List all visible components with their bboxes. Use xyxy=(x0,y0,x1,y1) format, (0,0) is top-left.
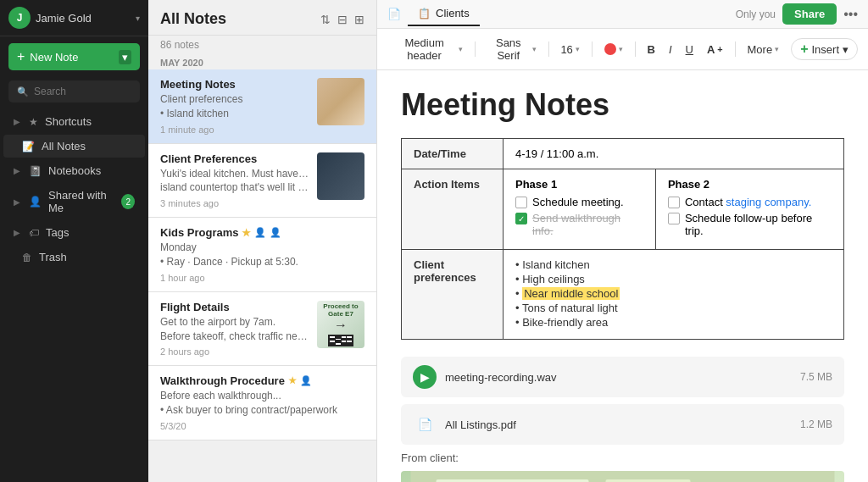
note-item-client-prefs[interactable]: Client Preferences Yuki's ideal kitchen.… xyxy=(148,144,376,219)
filter-icon[interactable]: ⊟ xyxy=(337,13,348,26)
text-color-button[interactable]: ▾ xyxy=(599,41,628,58)
note-item-walkthrough[interactable]: Walkthrough Procedure ★ 👤 Before each wa… xyxy=(148,366,376,440)
text-format-button[interactable]: A+ xyxy=(702,41,728,58)
expand-icon: ▶ xyxy=(14,197,20,207)
room-image-inner xyxy=(401,471,844,482)
plus-icon: + xyxy=(17,49,25,64)
note-item-flight-details[interactable]: Flight Details Get to the airport by 7am… xyxy=(148,292,376,367)
share-button[interactable]: Share xyxy=(782,3,837,25)
note-item-kids-programs[interactable]: Kids Programs ★ 👤 👤 Monday • Ray · Dance… xyxy=(148,218,376,292)
sidebar-item-tags[interactable]: ▶ 🏷 Tags xyxy=(3,221,145,244)
note-title: Kids Programs ★ 👤 👤 xyxy=(160,226,364,239)
font-size-selector[interactable]: 16 ▾ xyxy=(555,41,584,58)
table-cell-phase1: Phase 1 Schedule meeting. ✓ Send walkthr… xyxy=(504,169,656,250)
client-prefs-list: Island kitchen High ceilings Near middle… xyxy=(515,258,832,329)
note-preview: Monday xyxy=(160,241,364,255)
italic-button[interactable]: I xyxy=(664,41,677,58)
toolbar-separator xyxy=(548,42,549,57)
note-item-meeting-notes[interactable]: Meeting Notes Client preferences • Islan… xyxy=(148,69,376,144)
toolbar-separator xyxy=(635,42,636,57)
note-preview-2: island countertop that's well lit from..… xyxy=(160,180,310,195)
sidebar-item-trash[interactable]: 🗑 Trash xyxy=(3,246,145,269)
toolbar: Medium header ▾ Sans Serif ▾ 16 ▾ ▾ B I … xyxy=(377,29,868,70)
sidebar-item-shortcuts[interactable]: ▶ ★ Shortcuts xyxy=(3,110,145,133)
sidebar-item-all-notes[interactable]: 📝 All Notes xyxy=(3,135,145,158)
note-title: Walkthrough Procedure ★ 👤 xyxy=(160,374,364,387)
insert-button[interactable]: + Insert ▾ xyxy=(791,38,858,60)
note-thumbnail xyxy=(317,78,364,125)
checkbox-walkthrough[interactable]: ✓ xyxy=(515,213,527,224)
sidebar-item-notebooks[interactable]: ▶ 📓 Notebooks xyxy=(3,159,145,182)
checkbox-followup[interactable] xyxy=(668,213,680,224)
search-icon: 🔍 xyxy=(17,86,29,97)
note-preview: Get to the airport by 7am. xyxy=(160,315,310,330)
attachment-audio[interactable]: ▶ meeting-recording.wav 7.5 MB xyxy=(401,357,844,397)
chevron-down-icon: ▾ xyxy=(576,45,580,53)
only-you-label: Only you xyxy=(736,8,776,20)
sidebar-item-label: All Notes xyxy=(42,140,86,152)
tag-icon: 🏷 xyxy=(29,227,39,239)
search-bar[interactable]: 🔍 Search xyxy=(8,80,140,102)
phase1-label: Phase 1 xyxy=(515,178,643,191)
shared-badge: 2 xyxy=(121,194,135,209)
note-time: 1 hour ago xyxy=(160,273,364,283)
note-body: Meeting Notes Date/Time 4-19 / 11:00 a.m… xyxy=(377,70,868,482)
room-svg xyxy=(401,471,844,482)
note-preview-2: • Ask buyer to bring contract/paperwork xyxy=(160,403,364,418)
new-note-button[interactable]: + New Note ▾ xyxy=(8,43,140,70)
toolbar-separator xyxy=(735,42,736,57)
list-item: Bike-friendly area xyxy=(515,316,832,329)
expand-icon: ▶ xyxy=(14,166,20,175)
checkbox-label-strikethrough: Send walkthrough info. xyxy=(532,212,643,237)
tab-icon: 📋 xyxy=(418,8,431,19)
note-time: 2 hours ago xyxy=(160,346,310,357)
tab-clients[interactable]: 📋 Clients xyxy=(408,2,480,26)
more-options-button[interactable]: ••• xyxy=(843,7,858,22)
chevron-down-icon: ▾ xyxy=(619,45,623,53)
note-thumbnail: Proceed to Gate E7 → xyxy=(317,301,364,348)
format-style-label: Medium header xyxy=(392,36,456,62)
play-icon: ▶ xyxy=(413,365,437,389)
attachment-name: All Listings.pdf xyxy=(445,418,800,431)
sidebar-header: J Jamie Gold ▾ xyxy=(0,0,148,36)
person-icon: 👤 xyxy=(300,375,312,386)
star-icon: ★ xyxy=(288,375,297,386)
tab-label: Clients xyxy=(436,7,470,19)
staging-company-link[interactable]: staging company. xyxy=(726,196,811,208)
more-formats-button[interactable]: More ▾ xyxy=(743,41,785,58)
font-selector[interactable]: Sans Serif ▾ xyxy=(482,34,542,64)
tab-actions: Only you Share ••• xyxy=(736,3,858,25)
phase2-label: Phase 2 xyxy=(668,178,832,191)
sidebar-item-label: Shortcuts xyxy=(45,115,92,128)
note-preview-2: Before takeoff, check traffic near OG... xyxy=(160,330,310,344)
sidebar-item-label: Trash xyxy=(39,251,67,263)
main-content: 📄 📋 Clients Only you Share ••• Medium he… xyxy=(377,0,868,482)
trash-icon: 🗑 xyxy=(22,252,32,263)
highlighted-text: Near middle school xyxy=(522,287,620,300)
bold-button[interactable]: B xyxy=(643,41,660,58)
checkbox-staging[interactable] xyxy=(668,197,680,208)
checkbox-schedule[interactable] xyxy=(515,197,527,208)
note-preview: Before each walkthrough... xyxy=(160,389,364,403)
notes-date-group: MAY 2020 xyxy=(148,54,376,69)
notes-icon: 📝 xyxy=(22,141,35,152)
grid-icon[interactable]: ⊞ xyxy=(354,13,364,26)
pdf-icon: 📄 xyxy=(413,413,437,436)
note-content: Walkthrough Procedure ★ 👤 Before each wa… xyxy=(160,374,364,431)
note-title: Flight Details xyxy=(160,301,310,313)
attachment-pdf[interactable]: 📄 All Listings.pdf 1.2 MB xyxy=(401,404,844,445)
user-name: Jamie Gold xyxy=(36,12,131,25)
notes-scroll: Meeting Notes Client preferences • Islan… xyxy=(148,69,376,482)
note-time: 3 minutes ago xyxy=(160,198,310,208)
checkbox-label: Schedule follow-up before trip. xyxy=(685,212,832,237)
notes-list-panel: All Notes ⇅ ⊟ ⊞ 86 notes MAY 2020 Meetin… xyxy=(148,0,377,482)
sidebar-item-shared[interactable]: ▶ 👤 Shared with Me 2 xyxy=(3,184,145,219)
format-style-selector[interactable]: Medium header ▾ xyxy=(387,34,468,64)
doc-icon: 📄 xyxy=(387,8,401,20)
underline-button[interactable]: U xyxy=(681,41,698,58)
sort-icon[interactable]: ⇅ xyxy=(320,13,331,26)
tab-bar: 📄 📋 Clients Only you Share ••• xyxy=(377,0,868,29)
toolbar-separator xyxy=(475,42,476,57)
avatar: J xyxy=(8,7,31,29)
note-content: Client Preferences Yuki's ideal kitchen.… xyxy=(160,152,310,209)
